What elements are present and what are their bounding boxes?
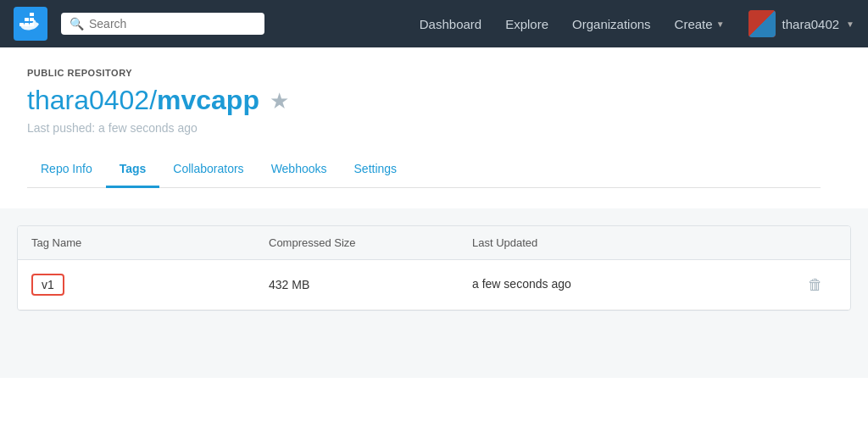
nav-create-label: Create: [675, 17, 713, 31]
search-box[interactable]: 🔍: [61, 13, 264, 35]
tab-repo-info[interactable]: Repo Info: [27, 152, 106, 188]
navbar: 🔍 Dashboard Explore Organizations Create…: [0, 0, 868, 47]
repo-title-row: thara0402/mvcapp ★: [27, 85, 821, 116]
nav-dashboard[interactable]: Dashboard: [420, 17, 481, 31]
nav-organizations[interactable]: Organizations: [572, 17, 651, 31]
username-label: thara0402: [782, 17, 840, 31]
repo-separator: /: [149, 85, 157, 115]
tab-settings[interactable]: Settings: [341, 152, 411, 188]
tab-tags[interactable]: Tags: [106, 152, 160, 188]
tag-name-badge: v1: [31, 274, 64, 296]
delete-icon[interactable]: 🗑: [808, 276, 823, 294]
star-icon[interactable]: ★: [270, 90, 289, 112]
user-chevron-icon: ▼: [846, 19, 854, 29]
tag-delete-cell: 🗑: [794, 276, 837, 294]
col-tag-name: Tag Name: [31, 236, 269, 249]
tags-table-header: Tag Name Compressed Size Last Updated: [18, 226, 850, 260]
tabs: Repo Info Tags Collaborators Webhooks Se…: [27, 152, 821, 188]
nav-user[interactable]: thara0402 ▼: [748, 10, 854, 37]
tag-updated-cell: a few seconds ago: [472, 276, 794, 293]
main-content: Public Repository thara0402/mvcapp ★ Las…: [0, 47, 848, 208]
docker-logo[interactable]: [14, 7, 47, 41]
repo-name[interactable]: mvcapp: [157, 85, 259, 115]
nav-explore[interactable]: Explore: [505, 17, 548, 31]
nav-links: Dashboard Explore Organizations Create ▼…: [420, 10, 854, 37]
tag-size-cell: 432 MB: [269, 278, 472, 291]
chevron-down-icon: ▼: [716, 19, 725, 29]
search-icon: 🔍: [70, 17, 84, 30]
col-actions: [794, 236, 837, 249]
svg-rect-6: [30, 13, 34, 16]
avatar: [748, 10, 776, 37]
table-row: v1 432 MB a few seconds ago 🗑: [18, 260, 850, 310]
svg-rect-5: [30, 18, 34, 21]
repo-type-label: Public Repository: [27, 68, 821, 78]
tab-collaborators[interactable]: Collaborators: [159, 152, 257, 188]
repo-owner[interactable]: thara0402: [27, 85, 149, 115]
tags-area: Tag Name Compressed Size Last Updated v1…: [0, 208, 868, 378]
col-last-updated: Last Updated: [472, 236, 794, 249]
repo-title: thara0402/mvcapp: [27, 85, 259, 116]
tag-name-cell: v1: [31, 274, 269, 296]
last-pushed-label: Last pushed: a few seconds ago: [27, 121, 821, 135]
tab-webhooks[interactable]: Webhooks: [258, 152, 341, 188]
col-compressed-size: Compressed Size: [269, 236, 472, 249]
nav-create[interactable]: Create ▼: [675, 17, 725, 31]
search-input[interactable]: [89, 17, 256, 30]
svg-rect-4: [25, 18, 29, 21]
tags-table: Tag Name Compressed Size Last Updated v1…: [17, 225, 851, 311]
